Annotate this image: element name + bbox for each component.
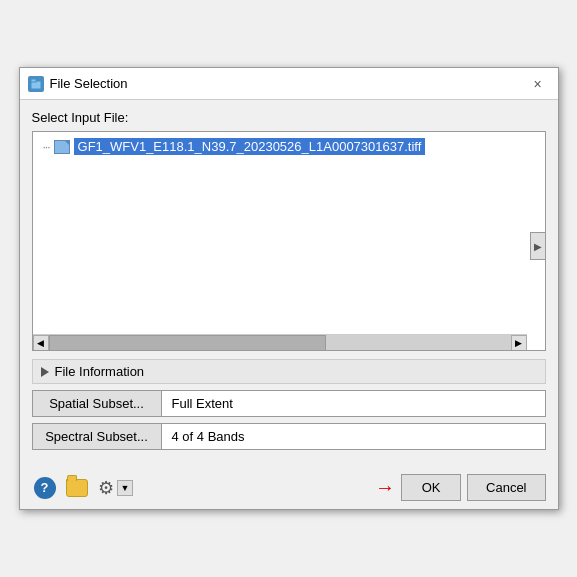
horizontal-scrollbar: ◀ ▶ [33, 334, 527, 350]
ok-button[interactable]: OK [401, 474, 461, 501]
cancel-button[interactable]: Cancel [467, 474, 545, 501]
file-icon [54, 140, 70, 154]
footer-right: → OK Cancel [375, 474, 545, 501]
scroll-thumb [49, 335, 326, 351]
svg-rect-1 [31, 79, 36, 82]
dialog-title: File Selection [50, 76, 128, 91]
file-info-bar[interactable]: File Information [32, 359, 546, 384]
file-tree-container: ··· GF1_WFV1_E118.1_N39.7_20230526_L1A00… [32, 131, 546, 351]
folder-icon [66, 479, 88, 497]
gear-dropdown-button[interactable]: ▼ [117, 480, 134, 496]
file-name[interactable]: GF1_WFV1_E118.1_N39.7_20230526_L1A000730… [74, 138, 426, 155]
gear-icon: ⚙ [98, 477, 114, 499]
file-selection-dialog: File Selection × Select Input File: ··· … [19, 67, 559, 510]
spectral-subset-row: Spectral Subset... 4 of 4 Bands [32, 423, 546, 450]
help-button[interactable]: ? [32, 475, 58, 501]
file-tree-inner[interactable]: ··· GF1_WFV1_E118.1_N39.7_20230526_L1A00… [33, 132, 545, 334]
spectral-subset-button[interactable]: Spectral Subset... [32, 423, 162, 450]
expand-triangle-icon [41, 367, 49, 377]
spatial-subset-row: Spatial Subset... Full Extent [32, 390, 546, 417]
scroll-right-arrow[interactable]: ▶ [511, 335, 527, 351]
right-expand-handle[interactable]: ▶ [530, 232, 546, 260]
open-folder-button[interactable] [64, 477, 90, 499]
file-info-label: File Information [55, 364, 145, 379]
titlebar-left: File Selection [28, 76, 128, 92]
dialog-footer: ? ⚙ ▼ → OK Cancel [20, 466, 558, 509]
arrow-indicator-icon: → [375, 476, 395, 499]
titlebar: File Selection × [20, 68, 558, 100]
gear-button-container: ⚙ ▼ [96, 475, 134, 501]
file-tree-item[interactable]: ··· GF1_WFV1_E118.1_N39.7_20230526_L1A00… [39, 136, 539, 157]
close-button[interactable]: × [526, 72, 550, 96]
scroll-track[interactable] [49, 335, 511, 351]
spatial-subset-button[interactable]: Spatial Subset... [32, 390, 162, 417]
spatial-subset-value: Full Extent [162, 390, 546, 417]
help-icon: ? [34, 477, 56, 499]
select-input-label: Select Input File: [32, 110, 546, 125]
tree-dots: ··· [43, 140, 50, 154]
gear-button[interactable]: ⚙ [96, 475, 116, 501]
dialog-icon [28, 76, 44, 92]
dialog-body: Select Input File: ··· GF1_WFV1_E118.1_N… [20, 100, 558, 466]
spectral-subset-value: 4 of 4 Bands [162, 423, 546, 450]
footer-left: ? ⚙ ▼ [32, 475, 134, 501]
scroll-left-arrow[interactable]: ◀ [33, 335, 49, 351]
